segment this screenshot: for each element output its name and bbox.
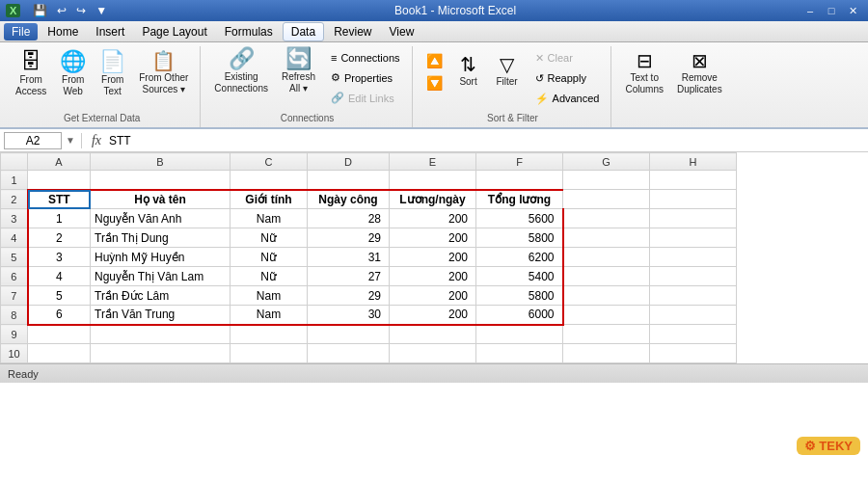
existing-connections-button[interactable]: 🔗 ExistingConnections bbox=[208, 43, 274, 99]
cell[interactable]: Tổng lương bbox=[476, 190, 563, 209]
cell[interactable]: 4 bbox=[28, 267, 91, 286]
row-number[interactable]: 8 bbox=[1, 306, 28, 325]
menu-data[interactable]: Data bbox=[283, 22, 324, 41]
cell[interactable]: 27 bbox=[308, 267, 390, 286]
col-header-c[interactable]: C bbox=[231, 153, 308, 171]
cell[interactable] bbox=[563, 209, 650, 228]
menu-view[interactable]: View bbox=[382, 23, 422, 40]
cell[interactable]: 3 bbox=[28, 248, 91, 267]
formula-input[interactable] bbox=[109, 134, 864, 147]
cell[interactable] bbox=[650, 325, 737, 344]
cell[interactable]: 200 bbox=[390, 267, 476, 286]
cell[interactable] bbox=[91, 344, 231, 363]
cell[interactable] bbox=[390, 325, 476, 344]
clear-button[interactable]: ✕ Clear bbox=[529, 49, 606, 67]
cell[interactable]: 1 bbox=[28, 209, 91, 228]
cell[interactable]: Lương/ngày bbox=[390, 190, 476, 209]
col-header-g[interactable]: G bbox=[563, 153, 650, 171]
cell[interactable]: 5600 bbox=[476, 209, 563, 228]
cell[interactable]: 6200 bbox=[476, 248, 563, 267]
sort-button[interactable]: ⇅ Sort bbox=[450, 50, 487, 93]
row-number[interactable]: 10 bbox=[1, 344, 28, 363]
advanced-button[interactable]: ⚡ Advanced bbox=[529, 90, 606, 108]
cell[interactable]: Nam bbox=[231, 306, 308, 325]
cell[interactable]: 200 bbox=[390, 248, 476, 267]
col-header-b[interactable]: B bbox=[91, 153, 231, 171]
row-number[interactable]: 7 bbox=[1, 286, 28, 306]
cell[interactable] bbox=[231, 325, 308, 344]
col-header-h[interactable]: H bbox=[650, 153, 737, 171]
row-number[interactable]: 1 bbox=[1, 171, 28, 190]
table-row[interactable]: 1 bbox=[1, 171, 737, 190]
cell[interactable] bbox=[308, 344, 390, 363]
cell[interactable] bbox=[91, 325, 231, 344]
col-header-a[interactable]: A bbox=[28, 153, 91, 171]
table-row[interactable]: 9 bbox=[1, 325, 737, 344]
cell[interactable] bbox=[390, 344, 476, 363]
cell[interactable] bbox=[563, 286, 650, 306]
cell[interactable] bbox=[563, 171, 650, 190]
row-number[interactable]: 2 bbox=[1, 190, 28, 209]
cell[interactable] bbox=[563, 267, 650, 286]
cell[interactable] bbox=[563, 306, 650, 325]
cell[interactable]: 5800 bbox=[476, 228, 563, 248]
cell[interactable] bbox=[563, 248, 650, 267]
cell[interactable] bbox=[390, 171, 476, 190]
cell[interactable] bbox=[28, 171, 91, 190]
cell-reference-input[interactable] bbox=[4, 132, 62, 149]
cell[interactable] bbox=[563, 190, 650, 209]
cell[interactable]: 2 bbox=[28, 228, 91, 248]
cell[interactable]: Huỳnh Mỹ Huyền bbox=[91, 248, 231, 267]
cell[interactable] bbox=[476, 344, 563, 363]
menu-insert[interactable]: Insert bbox=[88, 23, 132, 40]
row-number[interactable]: 4 bbox=[1, 228, 28, 248]
edit-links-button[interactable]: 🔗 Edit Links bbox=[325, 89, 406, 107]
cell[interactable] bbox=[650, 228, 737, 248]
cell[interactable] bbox=[563, 344, 650, 363]
cell[interactable]: 6000 bbox=[476, 306, 563, 325]
cell[interactable]: Trần Đức Lâm bbox=[91, 286, 231, 306]
cell[interactable]: 30 bbox=[308, 306, 390, 325]
cell[interactable]: STT bbox=[28, 190, 91, 209]
cell[interactable] bbox=[563, 228, 650, 248]
cell[interactable]: 5800 bbox=[476, 286, 563, 306]
cell[interactable]: Trần Thị Dung bbox=[91, 228, 231, 248]
cell[interactable] bbox=[308, 325, 390, 344]
close-button[interactable]: ✕ bbox=[843, 3, 862, 18]
refresh-all-button[interactable]: 🔄 RefreshAll ▾ bbox=[276, 43, 321, 99]
menu-formulas[interactable]: Formulas bbox=[217, 23, 281, 40]
table-row[interactable]: 86Trần Văn TrungNam302006000 bbox=[1, 306, 737, 325]
cell[interactable] bbox=[650, 286, 737, 306]
cell[interactable] bbox=[650, 248, 737, 267]
cell[interactable] bbox=[650, 267, 737, 286]
cell[interactable] bbox=[28, 344, 91, 363]
cell[interactable]: 5400 bbox=[476, 267, 563, 286]
table-row[interactable]: 53Huỳnh Mỹ HuyềnNữ312006200 bbox=[1, 248, 737, 267]
cell[interactable] bbox=[231, 344, 308, 363]
undo-icon[interactable]: ↩ bbox=[54, 3, 69, 18]
cell[interactable]: Nam bbox=[231, 209, 308, 228]
cell[interactable] bbox=[28, 325, 91, 344]
reapply-button[interactable]: ↺ Reapply bbox=[529, 69, 606, 88]
cell[interactable] bbox=[91, 171, 231, 190]
row-number[interactable]: 6 bbox=[1, 267, 28, 286]
cell[interactable]: Nguyễn Văn Anh bbox=[91, 209, 231, 228]
cell[interactable]: Giới tính bbox=[231, 190, 308, 209]
cell[interactable]: Nguyễn Thị Vân Lam bbox=[91, 267, 231, 286]
customize-icon[interactable]: ▼ bbox=[93, 3, 110, 18]
menu-page-layout[interactable]: Page Layout bbox=[134, 23, 214, 40]
sort-az-button[interactable]: 🔼 bbox=[420, 50, 448, 71]
cell[interactable]: 200 bbox=[390, 286, 476, 306]
cell[interactable] bbox=[563, 325, 650, 344]
col-header-d[interactable]: D bbox=[308, 153, 390, 171]
cell[interactable] bbox=[650, 344, 737, 363]
col-header-f[interactable]: F bbox=[476, 153, 563, 171]
cell[interactable]: Họ và tên bbox=[91, 190, 231, 209]
cell[interactable]: Nữ bbox=[231, 267, 308, 286]
cell[interactable]: Trần Văn Trung bbox=[91, 306, 231, 325]
cell[interactable] bbox=[308, 171, 390, 190]
row-number[interactable]: 3 bbox=[1, 209, 28, 228]
table-row[interactable]: 10 bbox=[1, 344, 737, 363]
cell[interactable]: 29 bbox=[308, 228, 390, 248]
menu-file[interactable]: File bbox=[4, 23, 38, 40]
